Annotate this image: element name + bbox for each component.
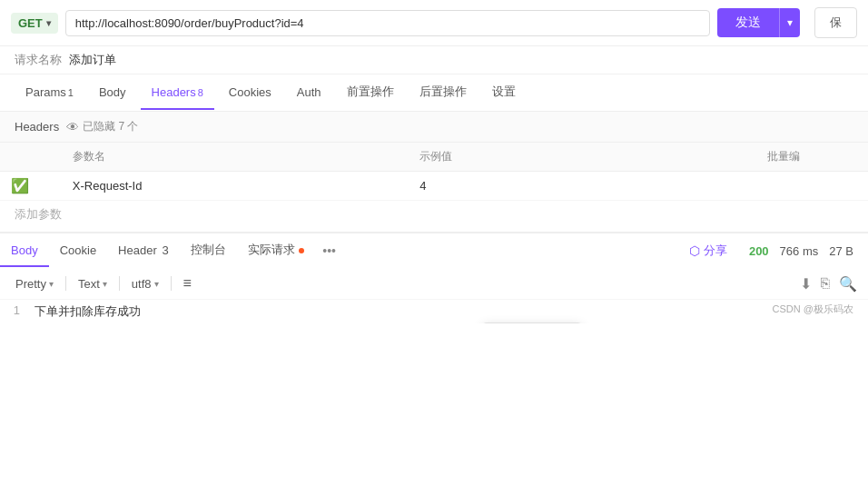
wrap-icon: ≡ bbox=[183, 275, 192, 292]
tab-post-ops[interactable]: 后置操作 bbox=[409, 74, 478, 111]
col-name-header: 参数名 bbox=[62, 143, 409, 172]
encoding-chevron-icon: ▾ bbox=[154, 279, 159, 289]
method-selector[interactable]: GET ▾ bbox=[11, 13, 58, 34]
url-input[interactable] bbox=[65, 10, 710, 36]
response-body: Pretty ▾ Text ▾ utf8 ▾ ≡ ⬇ bbox=[0, 268, 868, 323]
send-button[interactable]: 发送 bbox=[717, 8, 779, 37]
request-name-row: 请求名称 添加订单 bbox=[0, 46, 868, 74]
text-label: Text bbox=[78, 277, 100, 291]
hidden-badge: 👁 已隐藏 7 个 bbox=[66, 119, 138, 134]
send-btn-group: 发送 ▾ bbox=[717, 8, 800, 37]
actual-request-dot bbox=[299, 248, 304, 253]
share-label: 分享 bbox=[704, 243, 727, 259]
col-value-header: 示例值 bbox=[409, 143, 755, 172]
line-number: 1 bbox=[0, 300, 27, 323]
pretty-selector[interactable]: Pretty ▾ bbox=[11, 275, 58, 293]
param-name-cell: X-Request-Id bbox=[62, 172, 409, 201]
format-divider-1 bbox=[65, 276, 66, 291]
add-param-button[interactable]: 添加参数 bbox=[0, 201, 868, 228]
tab-body[interactable]: Body bbox=[88, 76, 137, 110]
method-label: GET bbox=[18, 16, 43, 30]
tab-pre-ops[interactable]: 前置操作 bbox=[336, 74, 405, 111]
headers-label: Headers bbox=[15, 120, 59, 134]
eye-icon: 👁 bbox=[66, 120, 79, 134]
bottom-tab-body[interactable]: Body bbox=[0, 235, 49, 267]
table-row: ✅ X-Request-Id 4 bbox=[0, 172, 868, 201]
status-time: 766 ms bbox=[780, 244, 819, 258]
format-actions: ⬇ ⎘ 🔍 bbox=[800, 275, 857, 293]
status-size: 27 B bbox=[829, 244, 853, 258]
col-action-header: 批量编 bbox=[756, 143, 868, 172]
request-name-value: 添加订单 bbox=[69, 52, 116, 68]
encoding-label: utf8 bbox=[132, 277, 152, 291]
top-bar: GET ▾ 发送 ▾ 保 bbox=[0, 0, 868, 46]
save-button[interactable]: 保 bbox=[814, 7, 857, 38]
headers-section-header: Headers 👁 已隐藏 7 个 bbox=[0, 112, 868, 143]
response-status-row: 200 766 ms 27 B bbox=[735, 244, 868, 258]
tab-params[interactable]: Params1 bbox=[15, 76, 84, 110]
param-action-cell bbox=[756, 172, 868, 201]
response-line-table: 1 下单并扣除库存成功 bbox=[0, 300, 868, 323]
method-chevron-icon: ▾ bbox=[46, 18, 51, 28]
bottom-tab-header[interactable]: Header 3 bbox=[107, 235, 180, 267]
pretty-chevron-icon: ▾ bbox=[49, 279, 54, 289]
row-check-icon[interactable]: ✅ bbox=[11, 178, 29, 193]
wrap-selector[interactable]: ≡ bbox=[179, 273, 196, 293]
format-row: Pretty ▾ Text ▾ utf8 ▾ ≡ ⬇ bbox=[0, 268, 868, 300]
bottom-panel: Body Cookie Header 3 控制台 实际请求 ••• bbox=[0, 232, 868, 323]
copy-icon[interactable]: ⎘ bbox=[821, 275, 830, 293]
format-divider-3 bbox=[171, 276, 172, 291]
tab-auth[interactable]: Auth bbox=[286, 76, 332, 110]
param-value-cell: 4 bbox=[409, 172, 755, 201]
share-icon: ⬡ bbox=[689, 243, 700, 258]
bottom-tabs: Body Cookie Header 3 控制台 实际请求 ••• bbox=[0, 233, 735, 268]
tab-headers[interactable]: Headers8 bbox=[141, 76, 214, 110]
bottom-tabs-status-row: Body Cookie Header 3 控制台 实际请求 ••• bbox=[0, 233, 868, 268]
share-tooltip: 分享请求结果 bbox=[481, 322, 583, 323]
bottom-tab-actual-request[interactable]: 实际请求 bbox=[237, 233, 316, 268]
watermark: CSDN @极乐码农 bbox=[773, 303, 853, 316]
share-button[interactable]: ⬡ 分享 bbox=[682, 234, 735, 267]
bottom-tab-cookie[interactable]: Cookie bbox=[49, 235, 107, 267]
more-dots-button[interactable]: ••• bbox=[315, 235, 343, 266]
request-name-label: 请求名称 bbox=[15, 52, 62, 68]
header-badge: 3 bbox=[162, 243, 168, 257]
headers-table: 参数名 示例值 批量编 ✅ X-Request-Id 4 bbox=[0, 143, 868, 201]
tab-cookies[interactable]: Cookies bbox=[218, 76, 282, 110]
request-tabs: Params1 Body Headers8 Cookies Auth 前置操作 … bbox=[0, 74, 868, 112]
search-icon[interactable]: 🔍 bbox=[839, 275, 857, 293]
response-line: 1 下单并扣除库存成功 bbox=[0, 300, 868, 323]
text-chevron-icon: ▾ bbox=[103, 279, 107, 289]
pretty-label: Pretty bbox=[15, 277, 46, 291]
format-divider-2 bbox=[119, 276, 120, 291]
col-check-header bbox=[0, 143, 62, 172]
bottom-tab-console[interactable]: 控制台 bbox=[180, 233, 237, 268]
encoding-selector[interactable]: utf8 ▾ bbox=[127, 275, 163, 293]
status-code: 200 bbox=[749, 244, 769, 258]
line-content: 下单并扣除库存成功 bbox=[27, 300, 868, 323]
text-selector[interactable]: Text ▾ bbox=[74, 275, 112, 293]
hidden-count: 已隐藏 7 个 bbox=[83, 119, 138, 134]
tab-settings[interactable]: 设置 bbox=[481, 74, 527, 111]
download-icon[interactable]: ⬇ bbox=[800, 275, 812, 293]
send-arrow-button[interactable]: ▾ bbox=[779, 8, 800, 37]
